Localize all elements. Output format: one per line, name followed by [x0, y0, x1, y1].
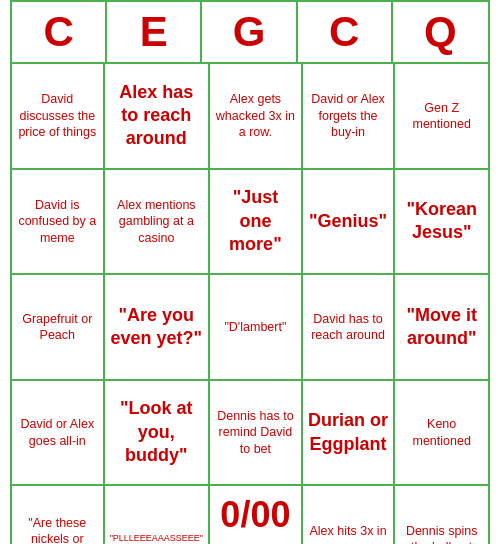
- cell-2[interactable]: Alex gets whacked 3x in a row.: [210, 64, 303, 170]
- bingo-header: C E G C Q: [12, 2, 488, 64]
- cell-6[interactable]: Alex mentions gambling at a casino: [105, 170, 210, 276]
- header-e: E: [107, 2, 202, 62]
- cell-5[interactable]: David is confused by a meme: [12, 170, 105, 276]
- header-c2: C: [298, 2, 393, 62]
- cell-13[interactable]: David has to reach around: [303, 275, 396, 381]
- cell-19[interactable]: Keno mentioned: [395, 381, 488, 487]
- cell-24[interactable]: Dennis spins the ball out: [395, 486, 488, 544]
- cell-10[interactable]: Grapefruit or Peach: [12, 275, 105, 381]
- bingo-grid: David discusses the price of thingsAlex …: [12, 64, 488, 544]
- cell-22[interactable]: 0/00 hits: [210, 486, 303, 544]
- cell-3[interactable]: David or Alex forgets the buy-in: [303, 64, 396, 170]
- cell-11[interactable]: "Are you even yet?": [105, 275, 210, 381]
- cell-16[interactable]: "Look at you, buddy": [105, 381, 210, 487]
- bingo-card: C E G C Q David discusses the price of t…: [10, 0, 490, 544]
- cell-9[interactable]: "Korean Jesus": [395, 170, 488, 276]
- cell-8[interactable]: "Genius": [303, 170, 396, 276]
- cell-0[interactable]: David discusses the price of things: [12, 64, 105, 170]
- header-q: Q: [393, 2, 488, 62]
- cell-23[interactable]: Alex hits 3x in a row.: [303, 486, 396, 544]
- cell-17[interactable]: Dennis has to remind David to bet: [210, 381, 303, 487]
- header-g: G: [202, 2, 297, 62]
- cell-18[interactable]: Durian or Eggplant: [303, 381, 396, 487]
- cell-12[interactable]: "D'lambert": [210, 275, 303, 381]
- cell-14[interactable]: "Move it around": [395, 275, 488, 381]
- cell-21[interactable]: "PLLLEEEAAASSEEE": [105, 486, 210, 544]
- cell-4[interactable]: Gen Z mentioned: [395, 64, 488, 170]
- cell-1[interactable]: Alex has to reach around: [105, 64, 210, 170]
- header-c1: C: [12, 2, 107, 62]
- cell-20[interactable]: "Are these nickels or dollars?": [12, 486, 105, 544]
- cell-7[interactable]: "Just one more": [210, 170, 303, 276]
- cell-15[interactable]: David or Alex goes all-in: [12, 381, 105, 487]
